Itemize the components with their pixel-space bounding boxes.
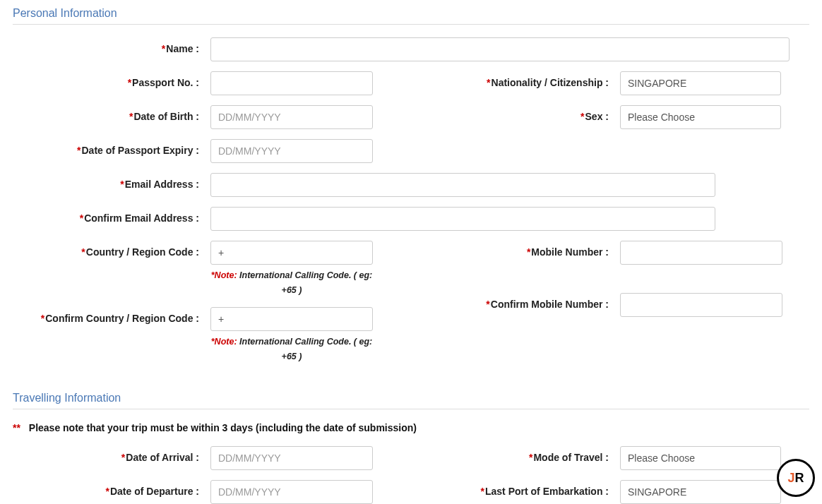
required-mark: * (529, 452, 532, 463)
brand-logo: JR (777, 459, 815, 497)
confirm-email-cell (210, 207, 804, 231)
note-text: International Calling Code. ( eg: +65 ) (237, 337, 373, 361)
required-mark: * (487, 77, 490, 88)
confirm-email-input[interactable] (210, 207, 715, 231)
note-country-code: *Note: International Calling Code. ( eg:… (210, 268, 373, 297)
label-text: Email Address : (125, 179, 199, 190)
required-mark: * (128, 77, 131, 88)
label-text: Passport No. : (132, 77, 199, 88)
mode-travel-cell (620, 446, 804, 470)
email-cell (210, 173, 804, 197)
required-mark: * (580, 111, 584, 122)
confirm-mobile-input[interactable] (620, 293, 782, 317)
note-label: *Note: (211, 270, 237, 280)
required-mark: * (121, 452, 125, 463)
label-confirm-country-code: *Confirm Country / Region Code : (13, 307, 203, 324)
label-email: *Email Address : (13, 173, 203, 190)
last-port-select[interactable] (620, 480, 781, 504)
mobile-cell (620, 241, 804, 265)
country-code-cell: *Note: International Calling Code. ( eg:… (210, 241, 394, 297)
label-name: *Name : (13, 37, 203, 54)
label-dob: *Date of Birth : (13, 105, 203, 122)
required-mark: * (106, 486, 109, 497)
arrival-input[interactable] (210, 446, 373, 470)
confirm-country-code-cell: *Note: International Calling Code. ( eg:… (210, 307, 394, 364)
label-text: Mode of Travel : (533, 452, 609, 463)
label-last-port: *Last Port of Embarkation : (401, 480, 613, 497)
name-cell (210, 37, 804, 61)
trip-warning: ** Please note that your trip must be wi… (13, 422, 809, 433)
required-mark: * (81, 246, 85, 258)
warning-mark: ** (13, 422, 20, 433)
nationality-select[interactable] (620, 71, 781, 95)
section-title-travel: Travelling Information (13, 392, 809, 404)
label-confirm-mobile: *Confirm Mobile Number : (401, 293, 613, 310)
label-text: Last Port of Embarkation : (485, 486, 609, 497)
label-text: Country / Region Code : (86, 246, 199, 258)
confirm-country-code-input[interactable] (210, 307, 373, 331)
required-mark: * (481, 486, 484, 497)
divider (13, 409, 809, 409)
logo-text: JR (787, 471, 804, 486)
mobile-input[interactable] (620, 241, 782, 265)
country-code-input[interactable] (210, 241, 373, 265)
dob-input[interactable] (210, 105, 373, 129)
departure-cell (210, 480, 394, 504)
label-text: Mobile Number : (531, 246, 609, 258)
label-text: Confirm Email Address : (84, 212, 199, 224)
label-mode-travel: *Mode of Travel : (401, 446, 613, 463)
label-text: Date of Arrival : (126, 452, 199, 463)
label-text: Sex : (585, 111, 609, 122)
sex-select[interactable] (620, 105, 781, 129)
required-mark: * (80, 212, 83, 224)
email-input[interactable] (210, 173, 715, 197)
label-passport: *Passport No. : (13, 71, 203, 88)
nationality-cell (620, 71, 804, 95)
required-mark: * (120, 179, 124, 190)
required-mark: * (77, 145, 81, 156)
note-confirm-country-code: *Note: International Calling Code. ( eg:… (210, 334, 373, 364)
label-text: Name : (166, 43, 199, 54)
sex-cell (620, 105, 804, 129)
label-text: Confirm Mobile Number : (491, 299, 609, 310)
label-text: Date of Birth : (133, 111, 199, 122)
divider (13, 24, 809, 25)
label-text: Nationality / Citizenship : (492, 77, 609, 88)
label-nationality: *Nationality / Citizenship : (401, 71, 613, 88)
name-input[interactable] (210, 37, 790, 61)
last-port-cell (620, 480, 804, 504)
dob-cell (210, 105, 394, 129)
confirm-mobile-cell (620, 293, 804, 317)
passport-expiry-cell (210, 139, 394, 163)
label-sex: *Sex : (401, 105, 613, 122)
passport-cell (210, 71, 394, 95)
label-departure: *Date of Departure : (13, 480, 203, 497)
label-arrival: *Date of Arrival : (13, 446, 203, 463)
required-mark: * (41, 313, 44, 324)
note-text: International Calling Code. ( eg: +65 ) (237, 270, 373, 295)
travel-form: *Date of Arrival : *Mode of Travel : *Da… (13, 446, 809, 504)
passport-input[interactable] (210, 71, 373, 95)
required-mark: * (486, 299, 489, 310)
required-mark: * (129, 111, 133, 122)
mode-travel-select[interactable] (620, 446, 781, 470)
label-text: Date of Passport Expiry : (82, 145, 200, 156)
personal-form: *Name : *Passport No. : *Nationality / C… (13, 37, 809, 364)
section-title-personal: Personal Information (13, 7, 809, 20)
label-text: Date of Departure : (110, 486, 199, 497)
note-label: *Note: (211, 337, 237, 347)
required-mark: * (527, 246, 530, 258)
required-mark: * (162, 43, 165, 54)
label-confirm-email: *Confirm Email Address : (13, 207, 203, 224)
passport-expiry-input[interactable] (210, 139, 373, 163)
arrival-cell (210, 446, 394, 470)
departure-input[interactable] (210, 480, 373, 504)
label-mobile: *Mobile Number : (401, 241, 613, 258)
warning-text: Please note that your trip must be withi… (29, 422, 417, 433)
label-text: Confirm Country / Region Code : (45, 313, 199, 324)
label-passport-expiry: *Date of Passport Expiry : (13, 139, 203, 156)
label-country-code: *Country / Region Code : (13, 241, 203, 258)
